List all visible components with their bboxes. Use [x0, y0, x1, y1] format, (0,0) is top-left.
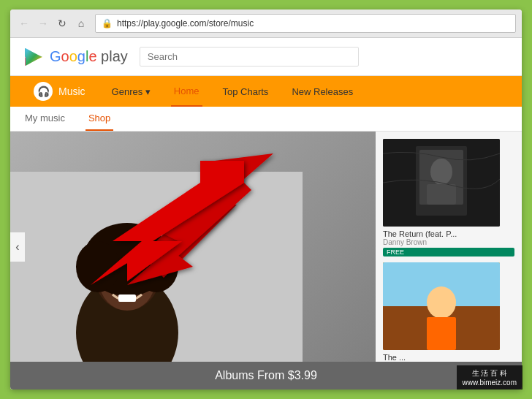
- nav-links: Genres ▾ Home Top Charts New Releases: [109, 77, 357, 107]
- album-cover-2: [383, 262, 500, 350]
- album-card-1[interactable]: The Return (feat. P... Danny Brown FREE: [383, 139, 514, 256]
- svg-rect-20: [427, 184, 456, 205]
- url-text: https://play.google.com/store/music: [117, 18, 254, 28]
- lock-icon: 🔒: [102, 18, 113, 28]
- headphone-icon: 🎧: [34, 82, 53, 101]
- refresh-button[interactable]: ↻: [54, 15, 70, 31]
- home-button[interactable]: ⌂: [73, 15, 89, 31]
- arrow-overlay: [69, 146, 303, 292]
- nav-home[interactable]: Home: [171, 77, 202, 107]
- album-art-2: [383, 262, 500, 350]
- hero-banner: [10, 132, 376, 362]
- address-bar[interactable]: 🔒 https://play.google.com/store/music: [95, 14, 516, 33]
- svg-point-24: [427, 286, 456, 319]
- browser-toolbar: ← → ↻ ⌂ 🔒 https://play.google.com/store/…: [10, 10, 522, 38]
- watermark-line2: www.bimeiz.com: [463, 379, 517, 387]
- album-1-artist: Danny Brown: [383, 238, 500, 246]
- prev-button[interactable]: ‹: [10, 232, 25, 262]
- music-tab[interactable]: 🎧 Music: [22, 76, 97, 107]
- nav-top-charts[interactable]: Top Charts: [220, 77, 272, 106]
- album-1-title: The Return (feat. P...: [383, 229, 500, 238]
- sub-nav: My music Shop: [10, 107, 522, 132]
- music-nav: 🎧 Music Genres ▾ Home Top Charts New Rel…: [10, 76, 522, 107]
- album-cover-1: [383, 139, 500, 227]
- sub-nav-my-music[interactable]: My music: [22, 107, 68, 131]
- nav-buttons: ← → ↻ ⌂: [16, 15, 89, 31]
- google-play-wordmark: Google play: [50, 48, 128, 65]
- gplay-logo: Google play: [22, 45, 128, 69]
- gplay-header: Google play: [10, 38, 522, 76]
- red-arrow-icon: [69, 146, 303, 292]
- search-input[interactable]: [140, 47, 359, 66]
- album-2-title: The ...: [383, 353, 500, 362]
- svg-rect-13: [118, 294, 136, 302]
- album-art-1: [383, 139, 500, 227]
- hero-area: ‹: [10, 132, 522, 362]
- svg-rect-25: [427, 317, 456, 350]
- album-card-2[interactable]: The ... Iggy A... ★★★★: [383, 262, 514, 362]
- bottom-bar-text: Albums From $3.99: [215, 369, 317, 381]
- album-1-badge: FREE: [383, 248, 514, 256]
- nav-genres[interactable]: Genres ▾: [109, 77, 153, 106]
- watermark: 生 活 百 科 www.bimeiz.com: [457, 365, 522, 390]
- browser-frame: ← → ↻ ⌂ 🔒 https://play.google.com/store/…: [10, 10, 522, 390]
- back-button[interactable]: ←: [16, 15, 32, 31]
- album-cards: The Return (feat. P... Danny Brown FREE: [376, 132, 522, 362]
- svg-point-19: [430, 159, 452, 185]
- music-tab-label: Music: [58, 86, 86, 97]
- sub-nav-shop[interactable]: Shop: [86, 107, 113, 131]
- nav-new-releases[interactable]: New Releases: [289, 77, 356, 106]
- watermark-line1: 生 活 百 科: [463, 368, 517, 379]
- play-logo-icon: [22, 45, 45, 69]
- main-content: ‹: [10, 132, 522, 390]
- bottom-bar: Albums From $3.99: [10, 362, 522, 390]
- forward-button[interactable]: →: [35, 15, 51, 31]
- page-content: Google play 🎧 Music Genres ▾ Home Top Ch…: [10, 38, 522, 390]
